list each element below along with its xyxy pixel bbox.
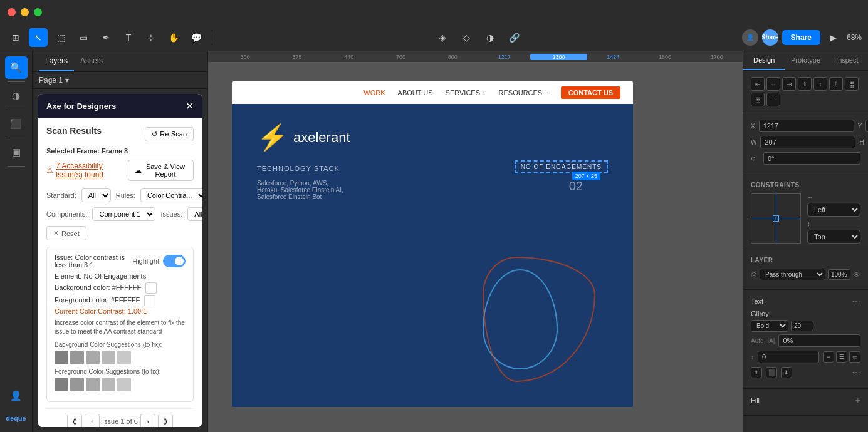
menu-button[interactable]: ⊞ xyxy=(6,28,25,47)
highlight-toggle[interactable] xyxy=(163,255,186,267)
visibility-toggle[interactable]: 👁 xyxy=(853,270,860,279)
line-height-input[interactable] xyxy=(758,351,819,363)
present-button[interactable]: ▶ xyxy=(824,28,843,47)
close-button[interactable] xyxy=(8,8,16,16)
user-avatar-s: Share xyxy=(762,29,778,46)
bg-swatch-4[interactable] xyxy=(102,351,115,364)
align-right-icon[interactable]: ⇥ xyxy=(782,77,796,91)
first-page-button[interactable]: ⟪ xyxy=(67,414,82,427)
hand-tool[interactable]: ✋ xyxy=(164,28,183,47)
layer-blend-row: ◎ Pass through 👁 xyxy=(751,269,860,280)
contrast-tool[interactable]: ◑ xyxy=(481,28,499,47)
opacity-input[interactable] xyxy=(828,269,850,280)
align-bottom-icon[interactable]: ⇩ xyxy=(829,77,843,91)
fill-add-icon[interactable]: + xyxy=(855,395,860,405)
bg-swatch-3[interactable] xyxy=(86,351,100,364)
background-swatch xyxy=(145,282,157,294)
more-align-icon[interactable]: ⋯ xyxy=(766,93,780,106)
selected-frame-meta: Selected Frame: Frame 8 xyxy=(46,147,194,155)
canvas-content[interactable]: WORK ABOUT US SERVICES + RESOURCES + CON… xyxy=(219,63,743,432)
next-page-button[interactable]: › xyxy=(140,414,155,427)
layers-tab[interactable]: Layers xyxy=(39,51,74,71)
rotation-input[interactable] xyxy=(763,152,860,165)
frame-tool[interactable]: ⬚ xyxy=(51,28,70,47)
constraints-visual xyxy=(751,193,801,244)
text-align-center-icon[interactable]: ☰ xyxy=(836,351,847,363)
text-options-icon[interactable]: ⋯ xyxy=(852,368,860,378)
fill-section-header: Fill + xyxy=(751,395,860,405)
assets-tab[interactable]: Assets xyxy=(74,51,109,71)
blend-mode-select[interactable]: Pass through xyxy=(760,269,825,280)
align-top-icon[interactable]: ⇧ xyxy=(798,77,812,91)
h-label: H xyxy=(859,139,864,146)
distribute-h-icon[interactable]: ⣿ xyxy=(845,77,859,91)
auto-label: Auto xyxy=(751,337,764,344)
page-selector[interactable]: Page 1 ▾ xyxy=(33,72,207,89)
text-valign-top-icon[interactable]: ⬆ xyxy=(751,367,762,378)
share-button[interactable]: Share xyxy=(782,30,820,45)
text-more-icon[interactable]: ⋯ xyxy=(852,296,860,306)
tab-design[interactable]: Design xyxy=(743,51,785,70)
font-size-input[interactable] xyxy=(791,321,813,331)
components-tool[interactable]: ⊹ xyxy=(142,28,160,47)
text-align-left-icon[interactable]: ≡ xyxy=(823,351,834,363)
x-input[interactable] xyxy=(759,120,854,132)
bg-swatch-2[interactable] xyxy=(70,351,84,364)
components-select[interactable]: Component 1 xyxy=(92,207,155,221)
align-center-v-icon[interactable]: ↕ xyxy=(813,77,827,91)
font-style-select[interactable]: Bold xyxy=(751,320,788,332)
fg-swatch-3[interactable] xyxy=(86,378,100,391)
fullscreen-button[interactable] xyxy=(34,8,42,16)
reset-button[interactable]: ✕ Reset xyxy=(46,226,86,240)
save-report-button[interactable]: ☁ Save & View Report xyxy=(128,160,194,181)
text-valign-bottom-icon[interactable]: ⬇ xyxy=(781,367,792,378)
fg-swatch-5[interactable] xyxy=(117,378,131,391)
text-valign-center-icon[interactable]: ⬛ xyxy=(766,367,777,378)
plugins-tool[interactable]: ◇ xyxy=(457,28,476,47)
tab-prototype[interactable]: Prototype xyxy=(785,51,826,70)
comment-tool[interactable]: 💬 xyxy=(187,28,206,47)
rescan-button[interactable]: ↺ Re-Scan xyxy=(145,127,194,141)
search-icon[interactable]: 🔍 xyxy=(5,56,28,79)
component-sets-tool[interactable]: ◈ xyxy=(433,28,452,47)
nav-resources: RESOURCES + xyxy=(499,89,548,96)
align-center-h-icon[interactable]: ↔ xyxy=(766,77,780,91)
y-input[interactable] xyxy=(865,120,868,132)
last-page-button[interactable]: ⟫ xyxy=(158,414,173,427)
text-truncate-icon[interactable]: ▭ xyxy=(849,351,860,363)
plugin-icon[interactable]: ⬛ xyxy=(5,113,28,135)
link-tool[interactable]: 🔗 xyxy=(505,28,523,47)
left-sidebar: 🔍 ◑ ⬛ ▣ 👤 deque xyxy=(0,51,33,432)
constraint-v-select[interactable]: Top xyxy=(807,230,860,244)
distribute-v-icon[interactable]: ⣿ xyxy=(751,93,765,106)
separator-line3 xyxy=(8,138,25,138)
zoom-level[interactable]: 68% xyxy=(847,33,862,42)
prev-page-button[interactable]: ‹ xyxy=(85,414,100,427)
letter-spacing-input[interactable] xyxy=(778,334,860,347)
rotation-icon: ↺ xyxy=(751,155,760,162)
issues-select[interactable]: All xyxy=(187,207,202,221)
text-tool[interactable]: T xyxy=(119,28,138,47)
minimize-button[interactable] xyxy=(21,8,29,16)
size-row: W H ⛓ xyxy=(751,136,860,148)
bg-swatch-1[interactable] xyxy=(55,351,68,364)
constraint-h-select[interactable]: Left xyxy=(807,203,860,217)
feedback-icon[interactable]: ▣ xyxy=(5,141,28,163)
tab-inspect[interactable]: Inspect xyxy=(827,51,868,70)
fg-swatch-2[interactable] xyxy=(70,378,84,391)
axe-close-button[interactable]: ✕ xyxy=(186,100,194,112)
shape-tool[interactable]: ▭ xyxy=(74,28,93,47)
pen-tool[interactable]: ✒ xyxy=(97,28,115,47)
select-tool[interactable]: ↖ xyxy=(29,28,48,47)
w-input[interactable] xyxy=(760,136,855,148)
profile-icon[interactable]: 👤 xyxy=(5,384,28,407)
align-left-icon[interactable]: ⇤ xyxy=(751,77,765,91)
contrast-sidebar-icon[interactable]: ◑ xyxy=(5,85,28,107)
bg-swatch-5[interactable] xyxy=(117,351,131,364)
fg-swatch-1[interactable] xyxy=(55,378,68,391)
foreground-row: Foreground color: #FFFFFF xyxy=(55,295,186,306)
standard-select[interactable]: All xyxy=(81,188,111,202)
right-panel-tabs: Design Prototype Inspect xyxy=(743,51,868,71)
fg-swatch-4[interactable] xyxy=(102,378,115,391)
rules-select[interactable]: Color Contra... xyxy=(140,188,202,202)
